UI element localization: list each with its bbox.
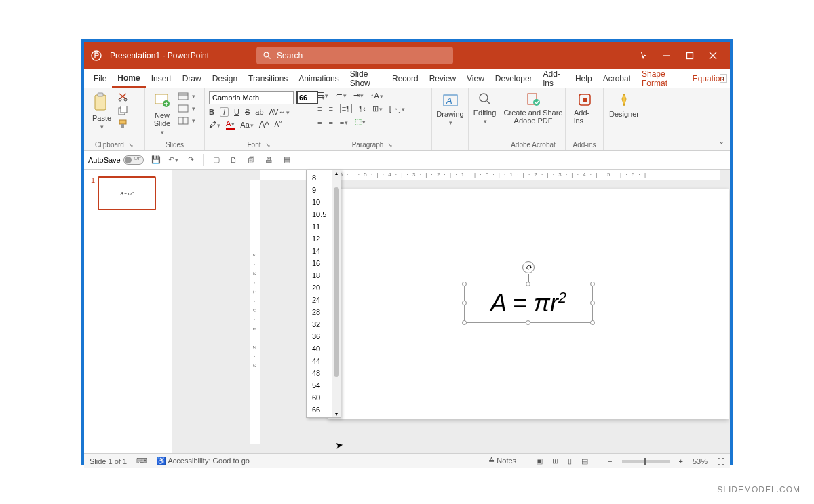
font-size-option[interactable]: 14 bbox=[307, 245, 332, 257]
close-button[interactable] bbox=[701, 45, 724, 66]
align-right-button[interactable]: ≡¶ bbox=[340, 104, 352, 113]
copy-icon[interactable] bbox=[118, 106, 129, 115]
font-size-option[interactable]: 8 bbox=[307, 172, 332, 184]
equation-textbox[interactable]: A = πr2 ⟳ bbox=[464, 284, 593, 323]
save-icon[interactable]: 💾 bbox=[151, 155, 161, 166]
resize-handle[interactable] bbox=[462, 320, 467, 325]
tab-acrobat[interactable]: Acrobat bbox=[598, 69, 636, 88]
font-size-option[interactable]: 16 bbox=[307, 257, 332, 269]
shrink-font-button[interactable]: A˅ bbox=[275, 121, 283, 128]
editing-button[interactable]: Editing▾ bbox=[473, 91, 497, 126]
strikethrough-button[interactable]: S bbox=[245, 108, 250, 116]
reading-view-icon[interactable]: ▯ bbox=[568, 457, 572, 465]
font-size-option[interactable]: 66 bbox=[307, 404, 332, 416]
font-size-option[interactable]: 24 bbox=[307, 294, 332, 306]
font-size-option[interactable]: 10.5 bbox=[307, 208, 332, 220]
search-box[interactable]: Search bbox=[256, 47, 453, 64]
font-size-option[interactable]: 60 bbox=[307, 391, 332, 404]
font-size-option[interactable]: 11 bbox=[307, 220, 332, 233]
notes-button[interactable]: ≙ Notes bbox=[488, 457, 516, 465]
maximize-button[interactable] bbox=[678, 45, 701, 66]
normal-view-icon[interactable]: ▣ bbox=[536, 457, 543, 465]
new-slide-button[interactable]: New Slide ▾ bbox=[149, 91, 175, 137]
tab-overflow[interactable]: › bbox=[720, 74, 727, 83]
font-size-option[interactable]: 54 bbox=[307, 379, 332, 391]
font-size-option[interactable]: 12 bbox=[307, 233, 332, 245]
align-center-button[interactable]: ≡ bbox=[328, 104, 332, 113]
adobe-pdf-button[interactable]: Create and Share Adobe PDF bbox=[505, 91, 561, 126]
language-icon[interactable]: ⌨ bbox=[136, 457, 147, 465]
font-size-option[interactable]: 48 bbox=[307, 367, 332, 379]
minimize-button[interactable] bbox=[655, 45, 678, 66]
font-size-option[interactable]: 40 bbox=[307, 343, 332, 355]
font-size-option[interactable]: 9 bbox=[307, 184, 332, 196]
rotate-handle[interactable]: ⟳ bbox=[522, 261, 535, 273]
columns-button[interactable]: ⊞▾ bbox=[372, 104, 383, 113]
slide-thumbnail[interactable]: A = πr² bbox=[98, 176, 156, 210]
dropdown-scrollbar[interactable]: ▴ ▾ bbox=[332, 170, 341, 417]
zoom-out-button[interactable]: − bbox=[608, 457, 612, 465]
bold-button[interactable]: B bbox=[209, 108, 214, 116]
bullets-button[interactable]: ☰▾ bbox=[317, 91, 328, 100]
shadow-button[interactable]: ab bbox=[255, 108, 263, 116]
justify-button[interactable]: ¶‹ bbox=[359, 104, 366, 113]
resize-handle[interactable] bbox=[462, 282, 467, 286]
font-size-option[interactable]: 36 bbox=[307, 330, 332, 343]
font-name-input[interactable] bbox=[209, 91, 294, 104]
font-size-option[interactable]: 10 bbox=[307, 196, 332, 208]
qa-icon-4[interactable]: 🖶 bbox=[264, 155, 275, 166]
font-size-option[interactable]: 18 bbox=[307, 269, 332, 282]
qa-icon-2[interactable]: 🗋 bbox=[229, 155, 239, 166]
mic-icon[interactable] bbox=[632, 45, 655, 66]
accessibility-status[interactable]: ♿ Accessibility: Good to go bbox=[157, 457, 250, 465]
change-case-button[interactable]: Aa▾ bbox=[240, 121, 253, 129]
numbering-button[interactable]: ≔▾ bbox=[335, 91, 347, 100]
decrease-indent-button[interactable]: ≡ bbox=[317, 118, 322, 126]
tab-help[interactable]: Help bbox=[570, 69, 598, 88]
tab-addins[interactable]: Add-ins bbox=[538, 69, 570, 88]
font-color-button[interactable]: A▾ bbox=[226, 119, 235, 130]
font-size-option[interactable]: 44 bbox=[307, 355, 332, 367]
tab-slideshow[interactable]: Slide Show bbox=[345, 69, 387, 88]
qa-icon-5[interactable]: ▤ bbox=[282, 155, 292, 166]
layout-button[interactable]: ▾ bbox=[178, 92, 195, 100]
font-size-option[interactable]: 32 bbox=[307, 318, 332, 330]
tab-transitions[interactable]: Transitions bbox=[243, 69, 293, 88]
tab-view[interactable]: View bbox=[461, 69, 490, 88]
sorter-view-icon[interactable]: ⊞ bbox=[552, 457, 558, 465]
addins-button[interactable]: Add-ins bbox=[570, 91, 599, 126]
zoom-slider[interactable] bbox=[622, 460, 670, 463]
font-size-option[interactable]: 28 bbox=[307, 306, 332, 318]
tab-developer[interactable]: Developer bbox=[490, 69, 538, 88]
autosave-toggle[interactable]: AutoSave Off bbox=[88, 155, 144, 165]
designer-button[interactable]: Designer bbox=[608, 91, 640, 119]
drawing-button[interactable]: A Drawing▾ bbox=[436, 91, 464, 128]
smartart-button[interactable]: ≡▾ bbox=[340, 118, 348, 126]
reset-button[interactable]: ▾ bbox=[178, 104, 195, 113]
format-painter-icon[interactable] bbox=[118, 119, 129, 129]
char-spacing-button[interactable]: AV↔▾ bbox=[269, 108, 290, 116]
qa-icon-3[interactable]: 🗐 bbox=[246, 155, 257, 166]
ribbon-collapse[interactable]: ⌄ bbox=[718, 137, 724, 146]
resize-handle[interactable] bbox=[590, 320, 595, 325]
convert-smartart-button[interactable]: ⬚▾ bbox=[355, 117, 366, 126]
grow-font-button[interactable]: A^ bbox=[259, 119, 269, 130]
slideshow-view-icon[interactable]: ▤ bbox=[581, 457, 588, 465]
font-size-option[interactable]: 20 bbox=[307, 282, 332, 294]
tab-design[interactable]: Design bbox=[207, 69, 243, 88]
paste-button[interactable]: Paste ▾ bbox=[88, 91, 115, 132]
resize-handle[interactable] bbox=[590, 282, 595, 286]
slide-canvas[interactable]: A = πr2 ⟳ bbox=[328, 189, 729, 419]
resize-handle[interactable] bbox=[526, 282, 530, 286]
undo-icon[interactable]: ↶▾ bbox=[168, 155, 179, 166]
indent-button[interactable]: ⇥▾ bbox=[353, 91, 364, 100]
tab-record[interactable]: Record bbox=[387, 69, 424, 88]
redo-icon[interactable]: ↷ bbox=[186, 155, 197, 166]
tab-animations[interactable]: Animations bbox=[293, 69, 344, 88]
qa-icon-1[interactable]: ▢ bbox=[211, 155, 222, 166]
tab-draw[interactable]: Draw bbox=[177, 69, 207, 88]
resize-handle[interactable] bbox=[590, 301, 595, 305]
resize-handle[interactable] bbox=[462, 301, 467, 305]
tab-file[interactable]: File bbox=[88, 69, 112, 88]
section-button[interactable]: ▾ bbox=[178, 117, 195, 125]
